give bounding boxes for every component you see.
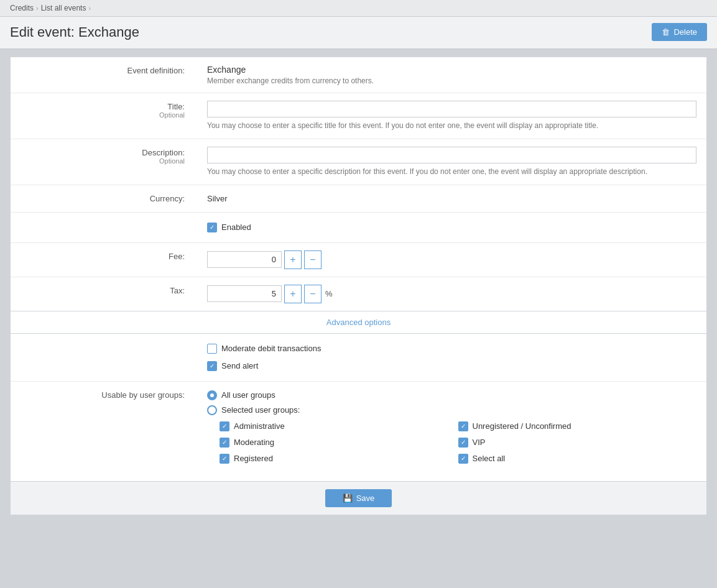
enabled-label: Enabled: [221, 223, 251, 232]
group-moderating-label: Moderating: [234, 438, 274, 447]
breadcrumb-list-all-events[interactable]: List all events: [41, 4, 86, 12]
title-label-col: Title: Optional: [11, 93, 197, 139]
selected-user-groups-label: Selected user groups:: [221, 405, 300, 415]
group-unregistered-label: Unregistered / Unconfirmed: [473, 421, 571, 431]
tax-decrement-button[interactable]: −: [304, 285, 321, 303]
group-select-all-checkbox[interactable]: ✓: [458, 454, 468, 464]
group-administrative-label: Administrative: [234, 421, 285, 431]
currency-row: Currency: Silver: [11, 185, 706, 213]
user-groups-row: Usable by user groups: All user groups S…: [11, 382, 706, 481]
page-title: Edit event: Exchange: [10, 24, 139, 40]
selected-user-groups-radio[interactable]: [207, 405, 217, 415]
breadcrumb-sep-2: ›: [88, 4, 91, 12]
tax-increment-button[interactable]: +: [284, 285, 302, 303]
group-administrative[interactable]: ✓ Administrative: [220, 419, 458, 434]
event-definition-value-col: Exchange Member exchange credits from cu…: [197, 57, 706, 93]
description-input[interactable]: [207, 147, 696, 163]
tax-row: Tax: + − %: [11, 277, 706, 311]
description-help: You may choose to enter a specific descr…: [207, 167, 696, 177]
group-moderating[interactable]: ✓ Moderating: [220, 435, 458, 450]
event-definition-name: Exchange: [207, 65, 696, 75]
tax-input[interactable]: [207, 285, 282, 302]
group-vip-checkbox[interactable]: ✓: [458, 438, 468, 448]
fee-value-col: + −: [197, 243, 706, 277]
delete-button[interactable]: 🗑 Delete: [652, 23, 707, 41]
fee-increment-button[interactable]: +: [284, 250, 302, 269]
title-sublabel: Optional: [159, 111, 185, 119]
group-vip-label: VIP: [473, 438, 486, 447]
title-row: Title: Optional You may choose to enter …: [11, 93, 706, 139]
fee-input-group: + −: [207, 250, 696, 269]
group-vip[interactable]: ✓ VIP: [458, 435, 697, 450]
title-help: You may choose to enter a specific title…: [207, 121, 696, 131]
advanced-options-body: Moderate debit transactions ✓ Send alert…: [10, 334, 707, 482]
group-unregistered[interactable]: ✓ Unregistered / Unconfirmed: [458, 419, 697, 434]
trash-icon: 🗑: [662, 27, 670, 37]
enabled-checkbox[interactable]: ✓: [207, 223, 217, 232]
tax-pct-label: %: [325, 289, 333, 298]
send-alert-label: Send alert: [221, 361, 258, 370]
save-label: Save: [356, 494, 375, 503]
moderate-debit-label: Moderate debit transactions: [221, 344, 321, 353]
description-sublabel: Optional: [159, 157, 185, 165]
group-registered-label: Registered: [234, 454, 273, 463]
enabled-checkbox-row[interactable]: ✓ Enabled: [207, 220, 696, 235]
title-input[interactable]: [207, 101, 696, 117]
save-icon: 💾: [343, 494, 353, 503]
checkboxes-value-col: Moderate debit transactions ✓ Send alert: [197, 334, 706, 381]
fee-label: Fee:: [169, 252, 185, 261]
save-button[interactable]: 💾 Save: [325, 489, 392, 507]
currency-label-col: Currency:: [11, 185, 197, 212]
event-definition-row: Event definition: Exchange Member exchan…: [11, 57, 706, 93]
description-value-col: You may choose to enter a specific descr…: [197, 139, 706, 185]
breadcrumb-sep-1: ›: [36, 4, 39, 12]
all-user-groups-row[interactable]: All user groups: [207, 389, 696, 402]
group-select-all-label: Select all: [473, 454, 506, 463]
tax-input-group: + − %: [207, 285, 696, 303]
selected-user-groups-row[interactable]: Selected user groups:: [207, 404, 696, 416]
currency-value-col: Silver: [197, 185, 706, 212]
enabled-value-col: ✓ Enabled: [197, 213, 706, 242]
moderate-debit-checkbox[interactable]: [207, 344, 217, 354]
event-definition-label-col: Event definition:: [11, 57, 197, 93]
form-section: Event definition: Exchange Member exchan…: [10, 57, 707, 311]
breadcrumb-credits[interactable]: Credits: [10, 4, 34, 12]
tax-value-col: + − %: [197, 277, 706, 311]
fee-input[interactable]: [207, 251, 282, 268]
user-groups-label-col: Usable by user groups:: [11, 382, 197, 474]
fee-row: Fee: + −: [11, 243, 706, 277]
tax-label-col: Tax:: [11, 277, 197, 311]
advanced-options-label: Advanced options: [326, 318, 391, 327]
page-header: Edit event: Exchange 🗑 Delete: [0, 17, 717, 49]
enabled-row: ✓ Enabled: [11, 213, 706, 243]
all-user-groups-label: All user groups: [221, 390, 275, 400]
group-registered[interactable]: ✓ Registered: [220, 451, 458, 466]
currency-value: Silver: [207, 193, 696, 203]
group-unregistered-checkbox[interactable]: ✓: [458, 421, 468, 431]
group-moderating-checkbox[interactable]: ✓: [220, 438, 229, 448]
enabled-label-col: [11, 213, 197, 242]
main-content: Event definition: Exchange Member exchan…: [0, 49, 717, 523]
advanced-options-toggle[interactable]: Advanced options: [10, 311, 707, 334]
checkboxes-row: Moderate debit transactions ✓ Send alert: [11, 334, 706, 382]
user-groups-grid: ✓ Administrative ✓ Unregistered / Unconf…: [207, 419, 696, 466]
currency-label: Currency:: [150, 194, 185, 203]
send-alert-row[interactable]: ✓ Send alert: [207, 359, 696, 374]
fee-decrement-button[interactable]: −: [304, 250, 321, 269]
footer: 💾 Save: [10, 482, 707, 515]
user-groups-label: Usable by user groups:: [101, 390, 185, 400]
checkboxes-label-col: [11, 334, 197, 381]
all-user-groups-radio[interactable]: [207, 390, 217, 400]
group-select-all[interactable]: ✓ Select all: [458, 451, 697, 466]
moderate-debit-row[interactable]: Moderate debit transactions: [207, 341, 696, 356]
user-groups-value-col: All user groups Selected user groups: ✓ …: [197, 382, 706, 474]
title-value-col: You may choose to enter a specific title…: [197, 93, 706, 139]
fee-label-col: Fee:: [11, 243, 197, 277]
event-definition-desc: Member exchange credits from currency to…: [207, 76, 696, 85]
group-registered-checkbox[interactable]: ✓: [220, 454, 229, 464]
group-administrative-checkbox[interactable]: ✓: [220, 421, 229, 431]
event-definition-label: Event definition:: [127, 66, 185, 75]
send-alert-checkbox[interactable]: ✓: [207, 361, 217, 371]
breadcrumb: Credits › List all events ›: [0, 0, 717, 17]
description-label: Description:: [142, 148, 185, 157]
